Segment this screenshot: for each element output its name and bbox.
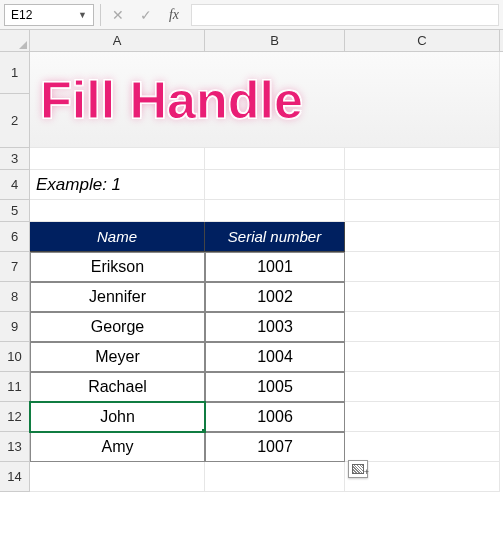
- table-row: Erikson 1001: [30, 252, 500, 282]
- table-row: Jennifer 1002: [30, 282, 500, 312]
- row-header[interactable]: 2: [0, 94, 30, 148]
- table-row: George 1003: [30, 312, 500, 342]
- cell[interactable]: [345, 148, 500, 170]
- cell-name[interactable]: Jennifer: [30, 282, 205, 312]
- plus-icon: +: [364, 467, 369, 477]
- row-header[interactable]: 1: [0, 52, 30, 94]
- cell[interactable]: [345, 372, 500, 402]
- cell[interactable]: [345, 222, 500, 252]
- row-header[interactable]: 7: [0, 252, 30, 282]
- col-header-C[interactable]: C: [345, 30, 500, 51]
- cell[interactable]: [30, 462, 205, 492]
- cell-value: John: [100, 408, 135, 426]
- cell[interactable]: [345, 312, 500, 342]
- cell-serial[interactable]: 1005: [205, 372, 345, 402]
- cell-serial[interactable]: 1007: [205, 432, 345, 462]
- cell[interactable]: [205, 462, 345, 492]
- cell[interactable]: [205, 170, 345, 200]
- chevron-down-icon[interactable]: ▼: [78, 10, 87, 20]
- page-title: Fill Handle: [40, 70, 303, 130]
- row-header[interactable]: 3: [0, 148, 30, 170]
- cell[interactable]: [345, 402, 500, 432]
- cell[interactable]: [345, 342, 500, 372]
- row-header[interactable]: 9: [0, 312, 30, 342]
- cell-area[interactable]: Fill Handle Example: 1 Name Serial numbe…: [30, 52, 500, 492]
- cell-name[interactable]: Rachael: [30, 372, 205, 402]
- row-header[interactable]: 5: [0, 200, 30, 222]
- cell-name[interactable]: George: [30, 312, 205, 342]
- fill-handle[interactable]: [201, 428, 205, 432]
- spreadsheet-grid: A B C 1 2 3 4 5 6 7 8 9 10 11 12 13 14 F…: [0, 30, 503, 492]
- cell[interactable]: [205, 200, 345, 222]
- cell[interactable]: [345, 282, 500, 312]
- cell[interactable]: [30, 200, 205, 222]
- row-headers: 1 2 3 4 5 6 7 8 9 10 11 12 13 14: [0, 52, 30, 492]
- fx-icon[interactable]: fx: [163, 4, 185, 26]
- cell[interactable]: [30, 148, 205, 170]
- cell-serial[interactable]: 1002: [205, 282, 345, 312]
- formula-bar: E12 ▼ ✕ ✓ fx: [0, 0, 503, 30]
- column-headers: A B C: [0, 30, 503, 52]
- autofill-icon: +: [352, 464, 364, 474]
- table-header-name[interactable]: Name: [30, 222, 205, 252]
- row-header[interactable]: 10: [0, 342, 30, 372]
- table-row: Rachael 1005: [30, 372, 500, 402]
- formula-input[interactable]: [191, 4, 499, 26]
- row-header[interactable]: 4: [0, 170, 30, 200]
- cell[interactable]: [345, 432, 500, 462]
- cell-serial[interactable]: 1001: [205, 252, 345, 282]
- table-header-serial[interactable]: Serial number: [205, 222, 345, 252]
- autofill-options-button[interactable]: +: [348, 460, 368, 478]
- confirm-icon: ✓: [135, 4, 157, 26]
- table-row: John 1006: [30, 402, 500, 432]
- separator: [100, 4, 101, 26]
- cell[interactable]: [345, 200, 500, 222]
- cell-serial[interactable]: 1003: [205, 312, 345, 342]
- cell-serial[interactable]: 1004: [205, 342, 345, 372]
- title-cell[interactable]: Fill Handle: [30, 52, 500, 148]
- cell-name[interactable]: John: [30, 402, 205, 432]
- table-row: Amy 1007: [30, 432, 500, 462]
- table-row: Meyer 1004: [30, 342, 500, 372]
- select-all-corner[interactable]: [0, 30, 30, 51]
- cell[interactable]: [205, 148, 345, 170]
- row-header[interactable]: 13: [0, 432, 30, 462]
- row-header[interactable]: 14: [0, 462, 30, 492]
- col-header-A[interactable]: A: [30, 30, 205, 51]
- cell-name[interactable]: Erikson: [30, 252, 205, 282]
- cell-serial[interactable]: 1006: [205, 402, 345, 432]
- col-header-B[interactable]: B: [205, 30, 345, 51]
- example-label[interactable]: Example: 1: [30, 170, 205, 200]
- row-header[interactable]: 12: [0, 402, 30, 432]
- cell[interactable]: [345, 170, 500, 200]
- cell[interactable]: [345, 252, 500, 282]
- row-header[interactable]: 11: [0, 372, 30, 402]
- cell-name[interactable]: Meyer: [30, 342, 205, 372]
- cell-name[interactable]: Amy: [30, 432, 205, 462]
- row-header[interactable]: 8: [0, 282, 30, 312]
- row-header[interactable]: 6: [0, 222, 30, 252]
- name-box[interactable]: E12 ▼: [4, 4, 94, 26]
- name-box-value: E12: [11, 8, 32, 22]
- cancel-icon: ✕: [107, 4, 129, 26]
